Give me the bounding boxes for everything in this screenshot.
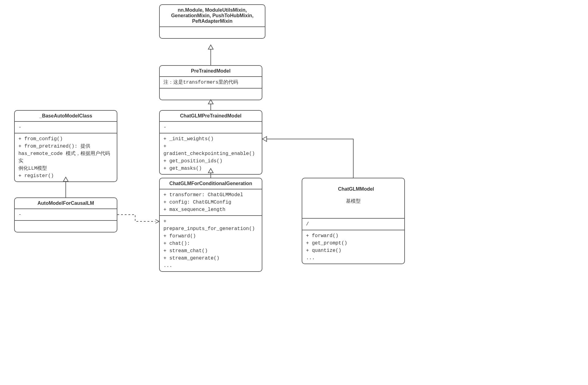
class-ops: + forward() + get_prompt() + quantize() … [302, 230, 404, 264]
class-title: ChatGLMForConditionalGeneration [160, 178, 262, 189]
arrowhead-icon [208, 100, 213, 104]
uml-class-baseautomodelclass: _BaseAutoModelClass - + from_config() + … [14, 110, 117, 182]
class-ops: + prepare_inputs_for_generation() + forw… [160, 216, 262, 271]
uml-connectors: ChatGLMForConditionalGeneration (dashed … [0, 0, 588, 385]
class-attrs: - [160, 122, 262, 133]
class-title: PreTrainedModel [160, 66, 262, 77]
class-attrs: / [302, 219, 404, 230]
arrowhead-icon [208, 45, 213, 49]
class-attrs: 注：这是transformers里的代码 [160, 77, 262, 89]
class-title-text: ChatGLMModel [338, 186, 374, 192]
class-attrs: + transformer: ChatGLMModel + config: Ch… [160, 189, 262, 216]
uml-class-pretrainedmodel: PreTrainedModel 注：这是transformers里的代码 [159, 65, 262, 100]
arrowhead-icon [262, 137, 267, 141]
uml-class-mixins: nn.Module, ModuleUtilsMixin, GenerationM… [159, 4, 265, 39]
class-title: AutoModelForCausalLM [15, 198, 117, 209]
class-ops: + _init_weights() + gradient_checkpointi… [160, 133, 262, 174]
class-attrs [160, 27, 265, 38]
class-title: _BaseAutoModelClass [15, 111, 117, 122]
class-subtitle: 基模型 [306, 198, 401, 204]
class-title: ChatGLMPreTrainedModel [160, 111, 262, 122]
uml-class-automodelforcausallm: AutoModelForCausalLM - [14, 197, 117, 232]
class-title: ChatGLMModel 基模型 [302, 178, 404, 219]
uml-class-chatglmpretrainedmodel: ChatGLMPreTrainedModel - + _init_weights… [159, 110, 262, 175]
openarrow-icon [155, 220, 159, 223]
uml-class-chatglmforconditionalgeneration: ChatGLMForConditionalGeneration + transf… [159, 178, 262, 272]
class-attrs: - [15, 122, 117, 133]
class-ops: + from_config() + from_pretrained(): 提供 … [15, 133, 117, 181]
uml-class-chatglmmodel: ChatGLMModel 基模型 / + forward() + get_pro… [302, 178, 405, 264]
class-ops [160, 89, 262, 100]
class-ops [15, 221, 117, 232]
class-attrs: - [15, 209, 117, 221]
class-title: nn.Module, ModuleUtilsMixin, GenerationM… [160, 5, 265, 27]
